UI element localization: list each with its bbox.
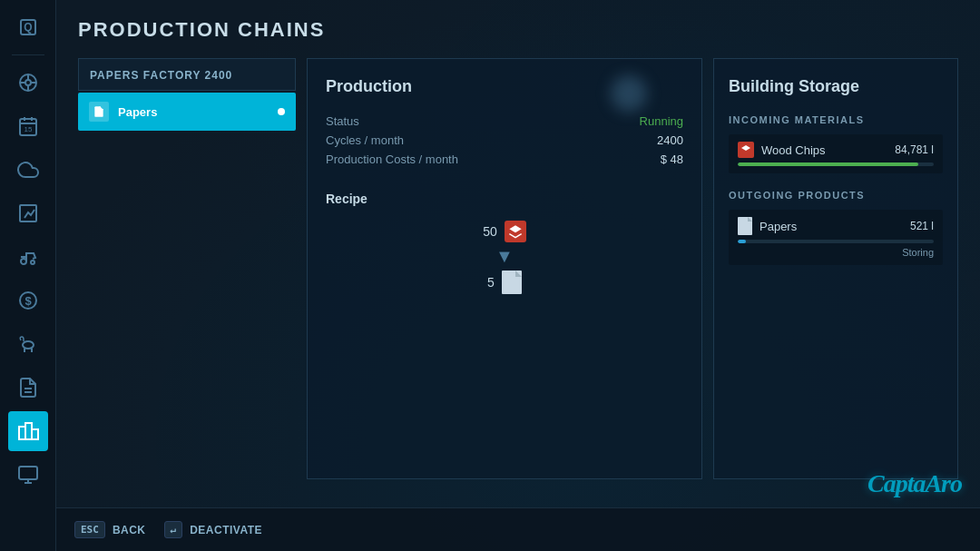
status-value: Running (640, 114, 683, 128)
deactivate-label: DEACTIVATE (190, 524, 262, 536)
costs-value: $ 48 (661, 153, 683, 166)
incoming-materials-label: INCOMING MATERIALS (729, 114, 943, 125)
sidebar-icon-steering[interactable] (8, 63, 48, 103)
svg-point-15 (31, 261, 34, 264)
factory-list-panel: PAPERS FACTORY 2400 Papers (78, 58, 296, 479)
sidebar-icon-weather[interactable] (8, 150, 48, 190)
cycles-value: 2400 (657, 133, 683, 147)
outgoing-products-label: OUTGOING PRODUCTS (729, 190, 943, 201)
costs-label: Production Costs / month (326, 153, 458, 166)
page-title: PRODUCTION CHAINS (78, 18, 958, 42)
papers-progress-fill (738, 240, 746, 243)
sidebar-icon-animal[interactable] (8, 324, 48, 364)
svg-rect-27 (19, 467, 37, 479)
factory-item-dot (278, 108, 285, 115)
factory-header: PAPERS FACTORY 2400 (78, 58, 296, 91)
paper-small-icon (738, 217, 752, 235)
storage-panel: Building Storage INCOMING MATERIALS Wood… (713, 58, 958, 479)
svg-text:$: $ (24, 294, 32, 308)
sidebar-icon-tractor[interactable] (8, 237, 48, 277)
sidebar-icon-quest[interactable]: Q (8, 7, 48, 47)
main-content: PRODUCTION CHAINS PAPERS FACTORY 2400 Pa… (56, 0, 980, 507)
esc-key-badge: ESC (74, 521, 105, 538)
woodchips-left: Wood Chips (738, 142, 826, 158)
bottom-bar: ESC BACK ↵ DEACTIVATE (56, 507, 980, 551)
cycles-row: Cycles / month 2400 (326, 133, 683, 147)
blur-decoration (611, 75, 647, 112)
svg-point-19 (23, 341, 34, 349)
svg-point-3 (25, 80, 31, 85)
sidebar: Q 15 $ (0, 0, 56, 551)
papers-status: Storing (738, 247, 934, 258)
recipe-input-item: 50 (483, 221, 526, 242)
svg-text:15: 15 (24, 125, 32, 133)
woodchip-icon (505, 221, 526, 242)
recipe-arrow-icon: ▼ (495, 246, 514, 267)
back-button[interactable]: ESC BACK (74, 521, 146, 538)
sidebar-icon-chart[interactable] (8, 193, 48, 233)
svg-rect-24 (19, 427, 25, 439)
woodchips-progress-bg (738, 162, 934, 166)
outgoing-item-papers: Papers 521 l Storing (729, 210, 943, 265)
production-panel: Production Status Running Cycles / month… (307, 58, 702, 479)
enter-key-badge: ↵ (164, 521, 183, 538)
papers-row: Papers 521 l (738, 217, 934, 235)
woodchips-row: Wood Chips 84,781 l (738, 142, 934, 158)
recipe-section: Recipe 50 ▼ 5 (326, 192, 683, 294)
woodchip-small-icon (738, 142, 754, 158)
status-label: Status (326, 114, 359, 128)
sidebar-divider-1 (12, 54, 44, 55)
woodchips-amount: 84,781 l (895, 143, 934, 156)
recipe-input-qty: 50 (483, 224, 497, 239)
costs-row: Production Costs / month $ 48 (326, 153, 683, 166)
factory-item-icon (89, 102, 109, 122)
watermark: CaptaAro (867, 469, 962, 498)
back-label: BACK (113, 524, 146, 536)
deactivate-button[interactable]: ↵ DEACTIVATE (164, 521, 263, 538)
cycles-label: Cycles / month (326, 133, 404, 147)
panels-container: PAPERS FACTORY 2400 Papers Production St… (78, 58, 958, 479)
factory-item-name: Papers (118, 105, 269, 119)
papers-name: Papers (760, 220, 797, 233)
incoming-item-woodchips: Wood Chips 84,781 l (729, 134, 943, 173)
paper-icon (502, 271, 522, 294)
svg-text:Q: Q (24, 21, 32, 34)
svg-rect-26 (32, 429, 38, 439)
recipe-output-qty: 5 (487, 275, 495, 290)
storage-title: Building Storage (729, 77, 943, 96)
papers-amount: 521 l (910, 220, 934, 232)
factory-header-text: PAPERS FACTORY 2400 (90, 69, 232, 82)
svg-rect-25 (25, 423, 32, 439)
status-row: Status Running (326, 114, 683, 128)
sidebar-icon-finance[interactable]: $ (8, 280, 48, 320)
sidebar-icon-contracts[interactable] (8, 368, 48, 408)
woodchips-name: Wood Chips (761, 143, 826, 157)
recipe-title: Recipe (326, 192, 683, 206)
sidebar-icon-calendar[interactable]: 15 (8, 106, 48, 146)
papers-left: Papers (738, 217, 797, 235)
woodchips-progress-fill (738, 162, 918, 166)
sidebar-icon-overview[interactable] (8, 455, 48, 495)
recipe-output-item: 5 (487, 271, 522, 294)
recipe-items: 50 ▼ 5 (326, 221, 683, 294)
factory-item[interactable]: Papers (78, 93, 296, 131)
papers-progress-bg (738, 240, 934, 243)
sidebar-icon-production[interactable] (8, 411, 48, 451)
